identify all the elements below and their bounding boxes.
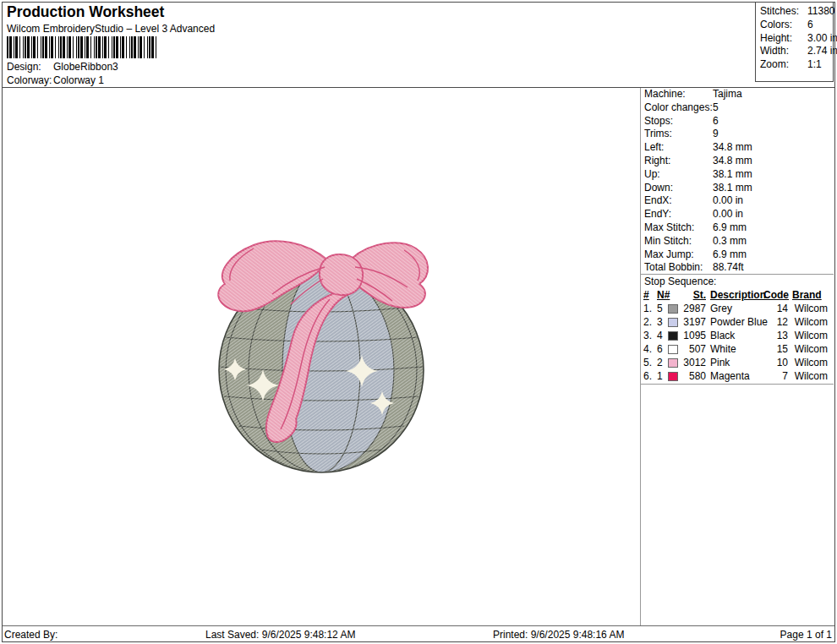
info-label: Machine: — [644, 88, 713, 101]
barcode — [7, 36, 157, 58]
stop-sequence-title: Stop Sequence: — [644, 276, 716, 287]
thread-brand: Wilcom — [791, 369, 828, 383]
info-row: Color changes:5 — [644, 101, 832, 115]
info-value: 38.1 mm — [713, 168, 752, 182]
col-brand: Brand — [792, 288, 829, 302]
col-needle: N# — [657, 288, 670, 302]
stop-sequence-row: 3. 4 1095 Black 13 Wilcom — [640, 329, 834, 342]
needle-num: 5 — [657, 302, 663, 315]
thread-swatch — [668, 331, 678, 341]
colorway-row: Colorway: Colorway 1 — [7, 74, 260, 87]
thread-description: Black — [710, 329, 735, 342]
info-row: Down:38.1 mm — [644, 182, 832, 195]
stat-label: Stitches: — [760, 5, 807, 19]
stitch-count: 3012 — [680, 356, 706, 369]
info-value: 34.8 mm — [713, 155, 752, 168]
info-value: 6.9 mm — [713, 221, 747, 235]
stat-row: Zoom:1:1 — [760, 58, 833, 72]
thread-description: Powder Blue — [710, 315, 768, 329]
col-code: Code — [763, 288, 788, 302]
colorway-name: Colorway 1 — [53, 74, 104, 87]
design-row: Design: GlobeRibbon3 — [7, 60, 260, 74]
info-label: EndX: — [644, 194, 713, 208]
thread-brand: Wilcom — [791, 329, 828, 342]
info-value: 88.74ft — [713, 261, 744, 275]
info-label: Max Jump: — [644, 248, 713, 262]
stat-row: Height:3.00 in — [760, 32, 833, 46]
col-stitches: St. — [680, 288, 706, 302]
stat-label: Colors: — [760, 19, 807, 32]
stat-label: Height: — [760, 32, 807, 46]
production-worksheet-page: Production Worksheet Wilcom EmbroiderySt… — [0, 0, 837, 644]
stat-label: Width: — [760, 45, 807, 58]
printed-text: Printed: 9/6/2025 9:48:16 AM — [493, 628, 624, 641]
seq-num: 3. — [643, 329, 652, 342]
info-row: EndX:0.00 in — [644, 194, 832, 208]
needle-num: 6 — [657, 342, 663, 356]
stop-sequence-row: 2. 3 3197 Powder Blue 12 Wilcom — [640, 315, 834, 329]
thread-brand: Wilcom — [791, 302, 828, 315]
thread-description: Magenta — [710, 369, 750, 383]
stat-row: Colors:6 — [760, 19, 833, 32]
seq-num: 6. — [643, 369, 652, 383]
thread-brand: Wilcom — [791, 356, 828, 369]
needle-num: 3 — [657, 315, 663, 329]
info-label: EndY: — [644, 208, 713, 221]
footer-divider — [2, 625, 835, 626]
stop-sequence-row: 5. 2 3012 Pink 10 Wilcom — [640, 356, 834, 369]
info-value: 38.1 mm — [713, 182, 752, 195]
stat-value: 11380 — [807, 5, 834, 19]
stat-value: 1:1 — [807, 58, 822, 72]
stat-value: 6 — [807, 19, 813, 32]
thread-description: White — [710, 342, 736, 356]
needle-num: 1 — [657, 369, 663, 383]
info-value: 0.00 in — [713, 194, 743, 208]
info-value: 6 — [713, 115, 719, 128]
design-stats-box: Stitches:11380 Colors:6 Height:3.00 in W… — [755, 2, 834, 82]
info-row: Min Stitch:0.3 mm — [644, 235, 832, 248]
seq-num: 1. — [643, 302, 652, 315]
info-value: 5 — [713, 101, 719, 115]
info-value: 0.3 mm — [713, 235, 747, 248]
page-number: Page 1 of 1 — [780, 628, 832, 641]
needle-num: 2 — [657, 356, 663, 369]
machine-info-panel: Machine:Tajima Color changes:5 Stops:6 T… — [644, 88, 832, 275]
info-row: Max Stitch:6.9 mm — [644, 221, 832, 235]
design-name: GlobeRibbon3 — [53, 60, 118, 74]
col-description: Description — [710, 288, 766, 302]
design-preview — [201, 221, 442, 479]
stat-row: Width:2.74 in — [760, 45, 833, 58]
col-num: # — [643, 288, 649, 302]
thread-code: 10 — [763, 356, 788, 369]
info-label: Stops: — [644, 115, 713, 128]
info-value: 6.9 mm — [713, 248, 747, 262]
info-label: Max Stitch: — [644, 221, 713, 235]
created-by-label: Created By: — [4, 628, 57, 641]
info-row: Max Jump:6.9 mm — [644, 248, 832, 262]
stat-label: Zoom: — [760, 58, 807, 72]
stop-sequence-row: 6. 1 580 Magenta 7 Wilcom — [640, 369, 834, 383]
stat-value: 2.74 in — [807, 45, 837, 58]
thread-code: 14 — [763, 302, 788, 315]
page-title: Production Worksheet — [7, 3, 164, 21]
seq-num: 5. — [643, 356, 652, 369]
info-label: Left: — [644, 141, 713, 155]
info-row: Stops:6 — [644, 115, 832, 128]
thread-swatch — [668, 304, 678, 314]
info-row: Right:34.8 mm — [644, 155, 832, 168]
seq-num: 4. — [643, 342, 652, 356]
info-row: Machine:Tajima — [644, 88, 832, 101]
colorway-label: Colorway: — [7, 74, 53, 87]
info-label: Trims: — [644, 128, 713, 141]
info-label: Total Bobbin: — [644, 261, 713, 275]
thread-code: 13 — [763, 329, 788, 342]
info-row: Trims:9 — [644, 128, 832, 141]
thread-brand: Wilcom — [791, 315, 828, 329]
needle-num: 4 — [657, 329, 663, 342]
stitch-count: 1095 — [680, 329, 706, 342]
info-label: Up: — [644, 168, 713, 182]
thread-swatch — [668, 372, 678, 381]
stop-sequence-header-row: # N# St. Description Code Brand — [640, 288, 834, 302]
info-value: 34.8 mm — [713, 141, 752, 155]
app-subtitle: Wilcom EmbroideryStudio – Level 3 Advanc… — [7, 23, 215, 35]
